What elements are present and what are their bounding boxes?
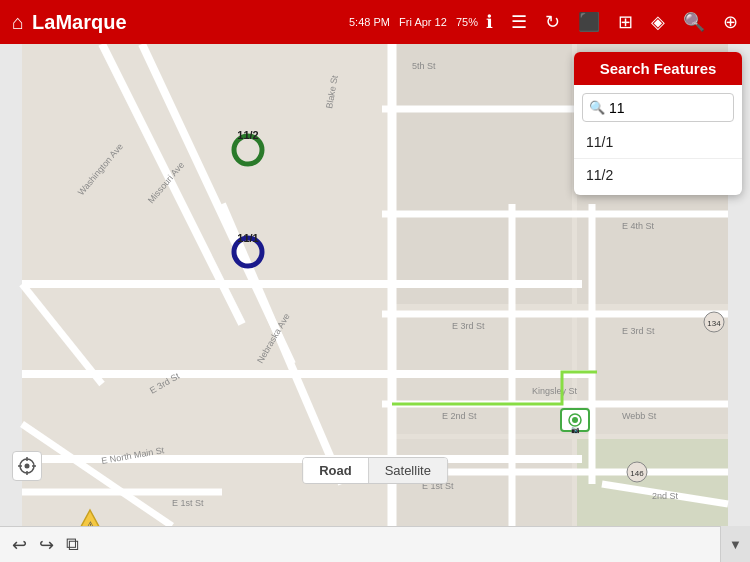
svg-point-52 — [572, 417, 578, 423]
search-input-icon: 🔍 — [589, 100, 605, 115]
chevron-down-icon: ▼ — [729, 537, 742, 552]
svg-point-55 — [25, 464, 30, 469]
svg-text:E 3rd St: E 3rd St — [622, 326, 655, 336]
list-icon[interactable]: ☰ — [511, 11, 527, 33]
search-topbar-icon[interactable]: 🔍 — [683, 11, 705, 33]
search-input-row: 🔍 ✕ — [582, 93, 734, 122]
svg-text:E 2nd St: E 2nd St — [442, 411, 477, 421]
search-result-11-2[interactable]: 11/2 — [574, 159, 742, 191]
ruler-icon[interactable]: ⬛ — [578, 11, 600, 33]
satellite-button[interactable]: Satellite — [369, 458, 447, 483]
svg-text:146: 146 — [630, 469, 644, 478]
svg-text:E 1st St: E 1st St — [172, 498, 204, 508]
svg-text:Webb St: Webb St — [622, 411, 657, 421]
svg-rect-2 — [392, 44, 572, 304]
grid-icon[interactable]: ⊞ — [618, 11, 633, 33]
layers-icon[interactable]: ◈ — [651, 11, 665, 33]
svg-text:134: 134 — [707, 319, 721, 328]
camera-icon[interactable]: 📷 — [560, 406, 590, 438]
marker-11-2-label: 11/2 — [237, 129, 258, 141]
undo-icon[interactable]: ↩ — [12, 534, 27, 556]
app-title: LaMarque — [32, 11, 349, 34]
search-panel-header: Search Features — [574, 52, 742, 85]
redo-icon[interactable]: ↪ — [39, 534, 54, 556]
home-icon[interactable]: ⌂ — [12, 11, 24, 34]
search-result-11-1[interactable]: 11/1 — [574, 126, 742, 159]
expand-button[interactable]: ▼ — [720, 526, 750, 562]
svg-text:📷: 📷 — [571, 425, 580, 434]
top-icons: ℹ ☰ ↻ ⬛ ⊞ ◈ 🔍 ⊕ — [486, 11, 738, 33]
warning-icon[interactable]: ⚠ — [75, 508, 105, 526]
marker-11-1-label: 11/1 — [237, 232, 258, 244]
svg-text:2nd St: 2nd St — [652, 491, 679, 501]
topbar: ⌂ LaMarque 5:48 PM Fri Apr 12 75% ℹ ☰ ↻ … — [0, 0, 750, 44]
search-input[interactable] — [609, 100, 742, 116]
map-type-bar: Road Satellite — [302, 457, 448, 484]
info-icon[interactable]: ℹ — [486, 11, 493, 33]
svg-rect-6 — [577, 439, 728, 526]
search-results-list: 11/1 11/2 — [574, 126, 742, 195]
svg-text:Kingsley St: Kingsley St — [532, 386, 578, 396]
svg-text:E 3rd St: E 3rd St — [452, 321, 485, 331]
svg-text:E 4th St: E 4th St — [622, 221, 655, 231]
locate-button[interactable] — [12, 451, 42, 481]
sync-icon[interactable]: ↻ — [545, 11, 560, 33]
road-button[interactable]: Road — [303, 458, 369, 483]
bottombar: ↩ ↪ ⧉ ▼ — [0, 526, 750, 562]
add-icon[interactable]: ⊕ — [723, 11, 738, 33]
battery-info: 5:48 PM Fri Apr 12 75% — [349, 16, 478, 28]
svg-text:⚠: ⚠ — [85, 519, 96, 526]
svg-text:5th St: 5th St — [412, 61, 436, 71]
bottom-icons: ↩ ↪ ⧉ — [12, 534, 79, 556]
copy-icon[interactable]: ⧉ — [66, 534, 79, 555]
search-panel: Search Features 🔍 ✕ 11/1 11/2 — [574, 52, 742, 195]
